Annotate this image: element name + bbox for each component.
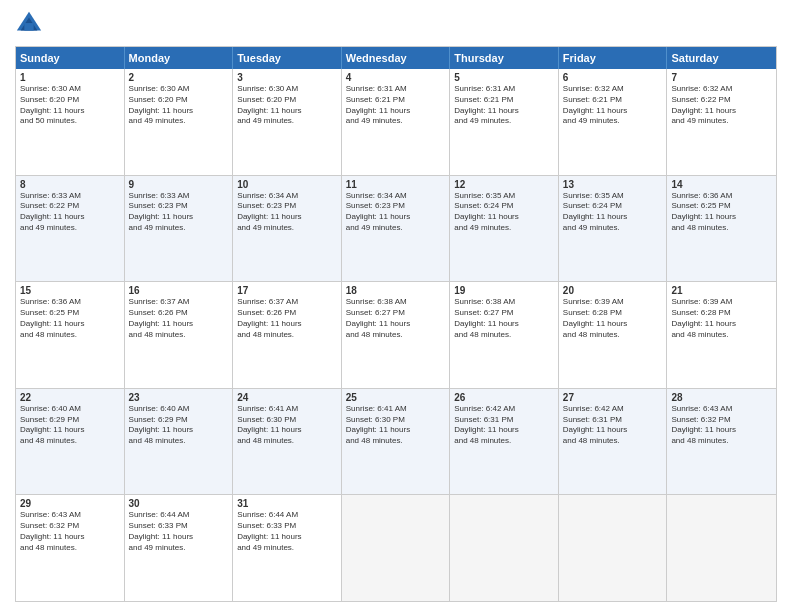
calendar-cell: 11Sunrise: 6:34 AM Sunset: 6:23 PM Dayli… [342,176,451,282]
day-number: 30 [129,498,229,509]
day-info: Sunrise: 6:33 AM Sunset: 6:23 PM Dayligh… [129,191,229,234]
day-info: Sunrise: 6:38 AM Sunset: 6:27 PM Dayligh… [346,297,446,340]
day-number: 6 [563,72,663,83]
weekday-header-monday: Monday [125,47,234,69]
day-number: 2 [129,72,229,83]
calendar-cell: 9Sunrise: 6:33 AM Sunset: 6:23 PM Daylig… [125,176,234,282]
calendar-cell: 10Sunrise: 6:34 AM Sunset: 6:23 PM Dayli… [233,176,342,282]
calendar-cell: 25Sunrise: 6:41 AM Sunset: 6:30 PM Dayli… [342,389,451,495]
calendar-cell: 18Sunrise: 6:38 AM Sunset: 6:27 PM Dayli… [342,282,451,388]
page: SundayMondayTuesdayWednesdayThursdayFrid… [0,0,792,612]
day-info: Sunrise: 6:44 AM Sunset: 6:33 PM Dayligh… [129,510,229,553]
calendar-cell: 28Sunrise: 6:43 AM Sunset: 6:32 PM Dayli… [667,389,776,495]
calendar-cell: 22Sunrise: 6:40 AM Sunset: 6:29 PM Dayli… [16,389,125,495]
day-info: Sunrise: 6:36 AM Sunset: 6:25 PM Dayligh… [20,297,120,340]
calendar-cell: 8Sunrise: 6:33 AM Sunset: 6:22 PM Daylig… [16,176,125,282]
day-number: 10 [237,179,337,190]
day-info: Sunrise: 6:35 AM Sunset: 6:24 PM Dayligh… [563,191,663,234]
calendar-cell: 21Sunrise: 6:39 AM Sunset: 6:28 PM Dayli… [667,282,776,388]
calendar-cell: 26Sunrise: 6:42 AM Sunset: 6:31 PM Dayli… [450,389,559,495]
weekday-header-saturday: Saturday [667,47,776,69]
day-number: 27 [563,392,663,403]
calendar-cell: 23Sunrise: 6:40 AM Sunset: 6:29 PM Dayli… [125,389,234,495]
calendar-cell [450,495,559,601]
day-info: Sunrise: 6:41 AM Sunset: 6:30 PM Dayligh… [346,404,446,447]
day-info: Sunrise: 6:31 AM Sunset: 6:21 PM Dayligh… [346,84,446,127]
day-number: 16 [129,285,229,296]
day-number: 24 [237,392,337,403]
calendar-row-1: 1Sunrise: 6:30 AM Sunset: 6:20 PM Daylig… [16,69,776,176]
calendar-cell: 6Sunrise: 6:32 AM Sunset: 6:21 PM Daylig… [559,69,668,175]
calendar-row-5: 29Sunrise: 6:43 AM Sunset: 6:32 PM Dayli… [16,495,776,601]
day-number: 5 [454,72,554,83]
day-info: Sunrise: 6:41 AM Sunset: 6:30 PM Dayligh… [237,404,337,447]
day-info: Sunrise: 6:34 AM Sunset: 6:23 PM Dayligh… [237,191,337,234]
day-info: Sunrise: 6:32 AM Sunset: 6:22 PM Dayligh… [671,84,772,127]
day-number: 23 [129,392,229,403]
logo-icon [15,10,43,38]
day-info: Sunrise: 6:40 AM Sunset: 6:29 PM Dayligh… [20,404,120,447]
day-info: Sunrise: 6:42 AM Sunset: 6:31 PM Dayligh… [563,404,663,447]
calendar-cell: 30Sunrise: 6:44 AM Sunset: 6:33 PM Dayli… [125,495,234,601]
calendar-cell: 19Sunrise: 6:38 AM Sunset: 6:27 PM Dayli… [450,282,559,388]
calendar-cell: 13Sunrise: 6:35 AM Sunset: 6:24 PM Dayli… [559,176,668,282]
calendar-cell: 14Sunrise: 6:36 AM Sunset: 6:25 PM Dayli… [667,176,776,282]
weekday-header-thursday: Thursday [450,47,559,69]
day-number: 15 [20,285,120,296]
day-number: 19 [454,285,554,296]
calendar-cell: 20Sunrise: 6:39 AM Sunset: 6:28 PM Dayli… [559,282,668,388]
day-info: Sunrise: 6:43 AM Sunset: 6:32 PM Dayligh… [20,510,120,553]
day-number: 8 [20,179,120,190]
day-info: Sunrise: 6:30 AM Sunset: 6:20 PM Dayligh… [129,84,229,127]
day-number: 22 [20,392,120,403]
calendar-cell [559,495,668,601]
calendar-cell: 1Sunrise: 6:30 AM Sunset: 6:20 PM Daylig… [16,69,125,175]
day-info: Sunrise: 6:42 AM Sunset: 6:31 PM Dayligh… [454,404,554,447]
calendar-cell: 5Sunrise: 6:31 AM Sunset: 6:21 PM Daylig… [450,69,559,175]
day-info: Sunrise: 6:35 AM Sunset: 6:24 PM Dayligh… [454,191,554,234]
day-info: Sunrise: 6:40 AM Sunset: 6:29 PM Dayligh… [129,404,229,447]
logo [15,10,47,38]
day-number: 11 [346,179,446,190]
day-number: 29 [20,498,120,509]
calendar-header: SundayMondayTuesdayWednesdayThursdayFrid… [16,47,776,69]
calendar-cell: 3Sunrise: 6:30 AM Sunset: 6:20 PM Daylig… [233,69,342,175]
day-number: 9 [129,179,229,190]
calendar-row-2: 8Sunrise: 6:33 AM Sunset: 6:22 PM Daylig… [16,176,776,283]
calendar-row-4: 22Sunrise: 6:40 AM Sunset: 6:29 PM Dayli… [16,389,776,496]
day-info: Sunrise: 6:37 AM Sunset: 6:26 PM Dayligh… [129,297,229,340]
weekday-header-sunday: Sunday [16,47,125,69]
weekday-header-wednesday: Wednesday [342,47,451,69]
day-info: Sunrise: 6:37 AM Sunset: 6:26 PM Dayligh… [237,297,337,340]
day-number: 28 [671,392,772,403]
calendar-cell: 24Sunrise: 6:41 AM Sunset: 6:30 PM Dayli… [233,389,342,495]
day-number: 25 [346,392,446,403]
calendar: SundayMondayTuesdayWednesdayThursdayFrid… [15,46,777,602]
calendar-cell: 17Sunrise: 6:37 AM Sunset: 6:26 PM Dayli… [233,282,342,388]
calendar-cell [667,495,776,601]
day-number: 4 [346,72,446,83]
day-info: Sunrise: 6:31 AM Sunset: 6:21 PM Dayligh… [454,84,554,127]
calendar-cell: 2Sunrise: 6:30 AM Sunset: 6:20 PM Daylig… [125,69,234,175]
day-info: Sunrise: 6:39 AM Sunset: 6:28 PM Dayligh… [671,297,772,340]
day-number: 13 [563,179,663,190]
svg-rect-2 [24,23,33,30]
day-info: Sunrise: 6:33 AM Sunset: 6:22 PM Dayligh… [20,191,120,234]
day-number: 18 [346,285,446,296]
day-number: 14 [671,179,772,190]
calendar-cell [342,495,451,601]
calendar-cell: 29Sunrise: 6:43 AM Sunset: 6:32 PM Dayli… [16,495,125,601]
day-info: Sunrise: 6:43 AM Sunset: 6:32 PM Dayligh… [671,404,772,447]
day-info: Sunrise: 6:38 AM Sunset: 6:27 PM Dayligh… [454,297,554,340]
day-number: 31 [237,498,337,509]
day-number: 1 [20,72,120,83]
day-info: Sunrise: 6:34 AM Sunset: 6:23 PM Dayligh… [346,191,446,234]
day-info: Sunrise: 6:44 AM Sunset: 6:33 PM Dayligh… [237,510,337,553]
calendar-row-3: 15Sunrise: 6:36 AM Sunset: 6:25 PM Dayli… [16,282,776,389]
day-info: Sunrise: 6:32 AM Sunset: 6:21 PM Dayligh… [563,84,663,127]
day-number: 7 [671,72,772,83]
day-number: 3 [237,72,337,83]
calendar-cell: 15Sunrise: 6:36 AM Sunset: 6:25 PM Dayli… [16,282,125,388]
calendar-cell: 7Sunrise: 6:32 AM Sunset: 6:22 PM Daylig… [667,69,776,175]
calendar-cell: 4Sunrise: 6:31 AM Sunset: 6:21 PM Daylig… [342,69,451,175]
